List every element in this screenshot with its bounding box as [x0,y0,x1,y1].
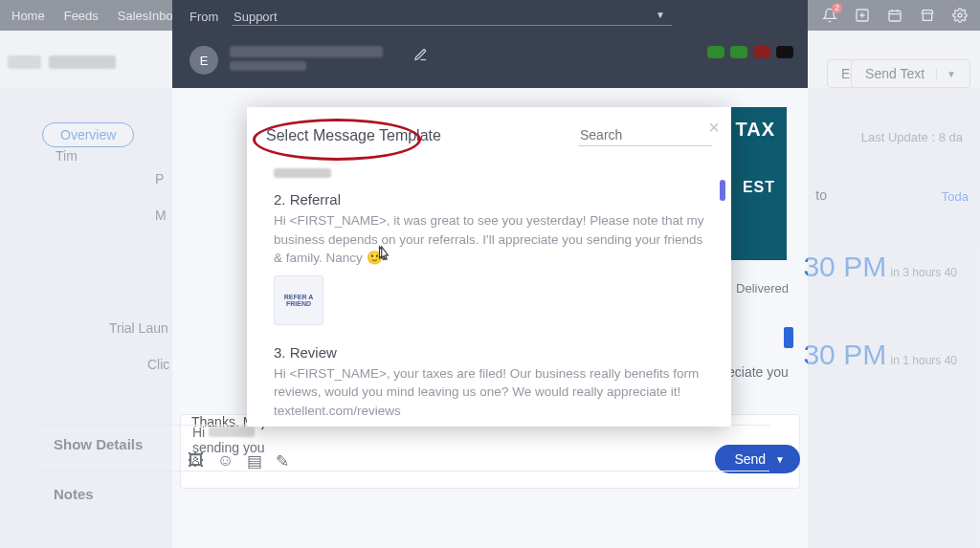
template-icon[interactable]: ▤ [247,451,262,471]
template-redacted [274,168,331,178]
modal-title: Select Message Template [266,127,441,144]
chevron-down-icon[interactable]: ▼ [775,454,785,465]
pencil-icon[interactable] [413,48,428,66]
from-value[interactable]: Support [234,10,278,24]
time-indicator [784,327,793,348]
template-item-review[interactable]: 3. Review Hi <FIRST_NAME>, your taxes ar… [274,344,704,427]
pencil-icon[interactable]: ✎ [276,451,289,471]
send-button[interactable]: Send ▼ [715,445,800,473]
search-input[interactable] [578,124,712,146]
message-header: From Support ▼ E [172,0,808,88]
from-underline [232,25,672,26]
template-body: Hi <FIRST_NAME>, it was great to see you… [274,211,704,268]
dim-overlay-left [0,0,172,548]
from-label: From [189,10,228,24]
contact-sub-redacted [230,61,306,71]
template-body: Hi <FIRST_NAME>, your taxes are filed! O… [274,364,704,421]
send-button-label: Send [734,451,766,467]
modal-body[interactable]: 2. Referral Hi <FIRST_NAME>, it was grea… [247,164,731,427]
template-title: 3. Review [274,344,704,361]
avatar: E [189,46,218,75]
template-modal: × Select Message Template 2. Referral Hi… [247,107,731,427]
contact-name-redacted [230,46,383,57]
close-icon[interactable]: × [708,117,720,139]
delivered-label: Delivered [736,281,789,296]
template-title: 2. Referral [274,191,704,208]
template-item-referral[interactable]: 2. Referral Hi <FIRST_NAME>, it was grea… [274,191,704,325]
image-icon[interactable]: 🖼 [188,451,204,471]
emoji-icon[interactable]: ☺ [217,451,234,471]
compose-tail: eciate you [727,364,789,380]
template-thumbnail: REFER A FRIEND [274,275,323,325]
chevron-down-icon[interactable]: ▼ [656,10,665,20]
compose-toolbar: 🖼 ☺ ▤ ✎ [188,451,289,471]
status-indicators [707,46,793,58]
dim-overlay-right [808,0,980,548]
